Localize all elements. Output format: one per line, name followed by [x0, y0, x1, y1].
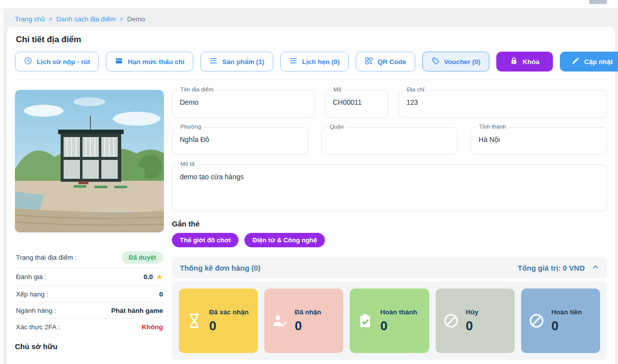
tag-chip-toys[interactable]: Thế giới đồ chơi	[172, 233, 238, 247]
rating-value: 0.0 ★	[144, 272, 163, 282]
pencil-icon	[571, 57, 580, 67]
qr-code-icon	[365, 57, 373, 67]
rating-number: 0.0	[144, 273, 153, 281]
order-stats-title: Thống kê đơn hàng (0)	[180, 264, 260, 272]
status-badge: Đã duyệt	[122, 251, 163, 264]
stat-card-cancelled: Hủy 0	[436, 289, 515, 353]
page-title: Chi tiết địa điểm	[16, 35, 607, 45]
button-label: Sản phẩm (1)	[222, 58, 264, 66]
tag-chip-electronics[interactable]: Điện tử & Công nghệ	[244, 233, 325, 247]
content: Trạng thái địa điểm : Đã duyệt Đánh giá …	[15, 90, 607, 360]
credit-card-icon	[115, 57, 123, 67]
top-bar	[0, 0, 618, 9]
stat-label: Đã nhận	[295, 308, 321, 317]
clipboard-check-icon	[356, 312, 375, 329]
breadcrumb-current: Demo	[127, 15, 145, 23]
stat-value: 0	[295, 318, 321, 334]
stat-value: 0	[380, 318, 417, 334]
ranking-value: 0	[159, 291, 163, 298]
description-field[interactable]: Mô tả demo tạo cửa hàngs	[172, 164, 607, 211]
stat-value: 0	[466, 318, 479, 334]
stat-label: Đã xác nhận	[209, 308, 249, 317]
breadcrumb: Trang chủ > Danh sách địa điểm > Demo	[15, 15, 618, 23]
ban-icon	[527, 312, 546, 329]
owner-heading: Chủ sở hữu	[15, 342, 164, 351]
info-label: Đánh giá :	[16, 273, 47, 281]
breadcrumb-link-home[interactable]: Trang chủ	[15, 15, 45, 23]
hourglass-icon	[185, 312, 204, 329]
info-row-status: Trạng thái địa điểm : Đã duyệt	[15, 247, 164, 268]
stat-label: Hủy	[466, 308, 479, 317]
update-button[interactable]: Cập nhật	[560, 52, 618, 72]
list-icon	[209, 57, 218, 67]
twofa-value: Không	[142, 323, 163, 331]
field-label: Mô tả	[178, 161, 197, 167]
field-label: Mã	[331, 86, 344, 92]
field-value: 123	[399, 90, 607, 111]
address-field[interactable]: Địa chỉ 123	[398, 90, 607, 118]
industry-value: Phát hành game	[111, 307, 163, 314]
overdraft-limit-button[interactable]: Hạn mức thấu chi	[106, 52, 193, 72]
stat-card-received: Đã nhận 0	[264, 289, 343, 353]
field-value: CH00011	[325, 90, 388, 111]
code-field[interactable]: Mã CH00011	[325, 90, 388, 118]
district-field[interactable]: Quận	[321, 127, 458, 155]
qr-code-button[interactable]: QR Code	[356, 52, 415, 72]
form-row-1: Tên địa điểm Demo Mã CH00011 Địa chỉ 123	[172, 90, 607, 118]
stat-label: Hoàn tiền	[551, 308, 582, 317]
location-photo	[15, 90, 164, 232]
button-label: Hạn mức thấu chi	[128, 58, 184, 66]
info-row-ranking: Xếp hạng : 0	[15, 286, 164, 302]
form-row-2: Phường Nghĩa Đô Quận Tỉnh thành Hà Nội	[172, 127, 607, 155]
history-deposit-withdraw-button[interactable]: Lịch sử nộp - rút	[15, 52, 99, 72]
province-field[interactable]: Tỉnh thành Hà Nội	[470, 127, 607, 155]
tag-icon	[431, 57, 440, 67]
location-detail-card: Chi tiết địa điểm Lịch sử nộp - rút Hạn …	[7, 27, 615, 364]
stat-value: 0	[551, 318, 582, 334]
order-stats-body: Đã xác nhận 0 Đã nhận 0	[172, 282, 607, 360]
voucher-button[interactable]: Voucher (0)	[422, 52, 489, 72]
stat-card-completed: Hoàn thành 0	[350, 289, 429, 353]
stat-card-confirmed: Đã xác nhận 0	[179, 289, 258, 353]
button-label: Lịch sử nộp - rút	[37, 58, 90, 66]
info-row-rating: Đánh giá : 0.0 ★	[15, 268, 164, 286]
breadcrumb-separator: >	[120, 16, 123, 23]
field-label: Quận	[327, 124, 346, 130]
field-value: Nghĩa Đô	[172, 128, 308, 148]
info-label: Xếp hạng :	[16, 291, 48, 298]
field-value: Hà Nội	[471, 128, 607, 148]
collapsed-sidebar-edge	[0, 9, 4, 364]
field-label: Địa chỉ	[404, 86, 427, 92]
info-list: Trạng thái địa điểm : Đã duyệt Đánh giá …	[15, 247, 164, 335]
order-stats-panel: Thống kê đơn hàng (0) Tổng giá trị: 0 VN…	[172, 257, 607, 360]
info-label: Xác thực 2FA :	[16, 323, 60, 331]
person-check-icon	[270, 312, 289, 329]
products-button[interactable]: Sản phẩm (1)	[200, 52, 273, 72]
button-label: Khóa	[523, 58, 540, 66]
toolbar: Lịch sử nộp - rút Hạn mức thấu chi Sản p…	[15, 52, 607, 80]
info-label: Trạng thái địa điểm :	[16, 254, 77, 261]
button-label: Lịch hẹn (0)	[302, 58, 340, 66]
appointments-button[interactable]: Lịch hẹn (0)	[280, 52, 349, 72]
stat-label: Hoàn thành	[380, 308, 417, 317]
button-label: QR Code	[378, 58, 406, 66]
breadcrumb-link-locations[interactable]: Danh sách địa điểm	[56, 15, 115, 23]
location-name-field[interactable]: Tên địa điểm Demo	[172, 90, 315, 118]
lock-button[interactable]: Khóa	[496, 52, 553, 72]
field-label: Phường	[178, 124, 204, 130]
form-row-3: Mô tả demo tạo cửa hàngs	[172, 164, 607, 211]
field-label: Tên địa điểm	[178, 86, 216, 92]
order-stats-total: Tổng giá trị: 0 VND	[518, 264, 585, 272]
order-stats-header[interactable]: Thống kê đơn hàng (0) Tổng giá trị: 0 VN…	[172, 257, 607, 279]
chevron-up-icon[interactable]	[592, 263, 599, 273]
left-column: Trạng thái địa điểm : Đã duyệt Đánh giá …	[15, 90, 164, 360]
breadcrumb-separator: >	[49, 16, 52, 23]
info-row-2fa: Xác thực 2FA : Không	[15, 319, 164, 335]
field-label: Tỉnh thành	[476, 124, 508, 130]
button-label: Cập nhật	[584, 58, 613, 66]
scrollbar-thumb[interactable]	[589, 0, 607, 4]
clock-icon	[24, 57, 32, 67]
ward-field[interactable]: Phường Nghĩa Đô	[172, 127, 309, 155]
tags: Thế giới đồ chơi Điện tử & Công nghệ	[172, 233, 607, 247]
info-label: Ngành hàng :	[16, 307, 56, 314]
